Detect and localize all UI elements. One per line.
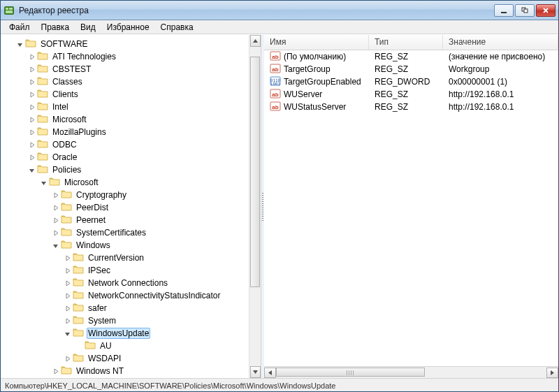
scroll-down-button[interactable]: [250, 366, 261, 378]
tree-item[interactable]: Windows NT: [3, 365, 261, 377]
tree-item[interactable]: Intel: [3, 101, 261, 113]
list-horizontal-scrollbar[interactable]: ||||: [264, 366, 558, 378]
value-data: Workgroup: [443, 64, 558, 74]
list-row[interactable]: 01101001TargetGroupEnabledREG_DWORD0x000…: [264, 75, 558, 88]
tree-item[interactable]: Policies: [3, 164, 261, 176]
collapse-icon[interactable]: [51, 241, 59, 249]
scroll-left-button[interactable]: [264, 368, 276, 378]
tree-item-label: Peernet: [75, 215, 107, 226]
tree-item[interactable]: MozillaPlugins: [3, 126, 261, 138]
tree-item[interactable]: Classes: [3, 75, 261, 88]
tree-item[interactable]: ATI Technologies: [3, 50, 261, 63]
expand-icon[interactable]: [63, 266, 71, 275]
menu-help[interactable]: Справка: [155, 21, 199, 34]
collapse-icon[interactable]: [15, 40, 24, 48]
tree-item[interactable]: SOFTWARE: [3, 38, 261, 50]
expand-icon[interactable]: [51, 203, 59, 212]
expand-icon[interactable]: [51, 191, 59, 199]
folder-icon: [61, 202, 75, 214]
close-button[interactable]: [536, 4, 556, 17]
expand-icon[interactable]: [63, 254, 71, 262]
tree-item[interactable]: Network Connections: [3, 277, 261, 289]
tree-item[interactable]: Microsoft: [3, 113, 261, 126]
tree-item-label: MozillaPlugins: [51, 126, 108, 138]
scroll-right-button[interactable]: [546, 368, 558, 378]
tree-item[interactable]: WindowsUpdate: [3, 327, 261, 340]
list-row[interactable]: ab(По умолчанию)REG_SZ(значение не присв…: [264, 50, 558, 63]
scroll-up-button[interactable]: [250, 35, 261, 47]
collapse-icon[interactable]: [27, 166, 36, 174]
tree-item[interactable]: IPSec: [3, 264, 261, 277]
tree-item-label: Cryptography: [75, 189, 128, 201]
menu-view[interactable]: Вид: [75, 21, 101, 34]
tree-item-label: Policies: [51, 164, 82, 175]
expand-icon[interactable]: [51, 216, 59, 224]
expand-icon[interactable]: [27, 65, 36, 73]
tree-item[interactable]: safer: [3, 302, 261, 314]
expand-icon[interactable]: [27, 52, 36, 61]
status-path: Компьютер\HKEY_LOCAL_MACHINE\SOFTWARE\Po…: [5, 382, 335, 390]
tree-item-label: safer: [87, 303, 108, 314]
expand-icon[interactable]: [63, 304, 71, 312]
collapse-icon[interactable]: [63, 329, 71, 337]
folder-icon: [61, 240, 75, 252]
expand-icon[interactable]: [63, 291, 71, 300]
tree-item[interactable]: Cryptography: [3, 189, 261, 201]
svg-rect-3: [6, 10, 13, 13]
expand-icon[interactable]: [27, 128, 36, 136]
tree-item[interactable]: CBSTEST: [3, 63, 261, 75]
menu-file[interactable]: Файл: [3, 21, 36, 34]
tree-item[interactable]: Microsoft: [3, 176, 261, 189]
list-row[interactable]: abWUStatusServerREG_SZhttp://192.168.0.1: [264, 101, 558, 113]
list-row[interactable]: abTargetGroupREG_SZWorkgroup: [264, 63, 558, 75]
menu-edit[interactable]: Правка: [36, 21, 75, 34]
tree-item[interactable]: Peernet: [3, 214, 261, 226]
minimize-button[interactable]: [494, 4, 514, 17]
tree-item[interactable]: SystemCertificates: [3, 226, 261, 239]
column-name[interactable]: Имя: [264, 35, 369, 50]
expand-icon[interactable]: [27, 90, 36, 99]
tree-item[interactable]: NetworkConnectivityStatusIndicator: [3, 289, 261, 302]
tree-item[interactable]: CurrentVersion: [3, 252, 261, 264]
maximize-button[interactable]: [515, 4, 535, 17]
folder-icon: [73, 265, 87, 277]
menu-favorites[interactable]: Избранное: [101, 21, 155, 34]
collapse-icon[interactable]: [39, 178, 48, 187]
expand-icon[interactable]: [27, 103, 36, 111]
tree-item[interactable]: Oracle: [3, 151, 261, 164]
expand-icon[interactable]: [63, 354, 71, 363]
tree-item[interactable]: Clients: [3, 88, 261, 101]
tree-item[interactable]: ODBC: [3, 138, 261, 151]
folder-icon: [37, 76, 51, 88]
tree-item[interactable]: WSDAPI: [3, 352, 261, 365]
tree-pane[interactable]: SOFTWAREATI TechnologiesCBSTESTClassesCl…: [1, 35, 261, 378]
list-row[interactable]: abWUServerREG_SZhttp://192.168.0.1: [264, 88, 558, 101]
tree-item-label: Clients: [51, 89, 80, 100]
tree-item-label: CurrentVersion: [87, 252, 145, 263]
tree-item[interactable]: AU: [3, 340, 261, 352]
scroll-thumb[interactable]: [250, 57, 260, 287]
column-type[interactable]: Тип: [369, 35, 443, 50]
column-value[interactable]: Значение: [443, 35, 558, 50]
expand-icon[interactable]: [51, 367, 59, 375]
tree-item-label: NetworkConnectivityStatusIndicator: [87, 290, 222, 301]
tree-item[interactable]: System: [3, 314, 261, 327]
tree-item[interactable]: Windows: [3, 239, 261, 252]
expand-icon[interactable]: [27, 115, 36, 124]
tree-vertical-scrollbar[interactable]: [249, 35, 261, 378]
folder-icon: [37, 64, 51, 75]
expand-icon[interactable]: [27, 78, 36, 86]
value-data: (значение не присвоено): [443, 52, 558, 61]
expand-icon[interactable]: [27, 153, 36, 161]
tree-item[interactable]: PeerDist: [3, 201, 261, 214]
folder-icon: [37, 51, 51, 63]
expand-icon[interactable]: [63, 317, 71, 325]
svg-text:ab: ab: [272, 104, 278, 110]
expand-icon[interactable]: [63, 279, 71, 287]
expand-icon[interactable]: [27, 140, 36, 149]
expand-icon[interactable]: [51, 228, 59, 237]
folder-icon: [61, 227, 75, 239]
scroll-thumb[interactable]: ||||: [276, 368, 425, 377]
list-body[interactable]: ab(По умолчанию)REG_SZ(значение не присв…: [264, 50, 558, 366]
tree-item-label: Microsoft: [63, 177, 100, 188]
